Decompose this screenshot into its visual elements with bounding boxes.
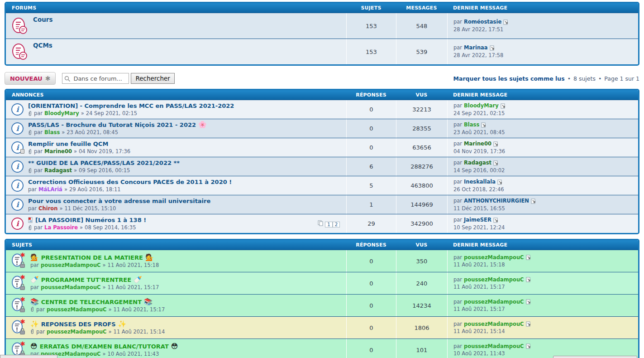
last-post-user[interactable]: Marine00 bbox=[464, 140, 491, 148]
last-post-user[interactable]: Radagast bbox=[464, 160, 491, 167]
topic-author[interactable]: poussezMadampouC bbox=[47, 306, 106, 313]
topic-title[interactable]: PASS/LAS - Brochure du Tutorat Niçois 20… bbox=[28, 121, 196, 128]
topic-row: 💁 PRESENTATION DE LA MATIERE 💁 par pouss… bbox=[6, 250, 638, 272]
forums-table: FORUMS SUJETS MESSAGES DERNIER MESSAGE bbox=[5, 2, 639, 66]
topic-author[interactable]: poussezMadampouC bbox=[41, 284, 100, 290]
goto-last-post-icon[interactable] bbox=[481, 122, 487, 128]
col-header-reponses: RÉPONSES bbox=[346, 242, 396, 248]
topic-replies-count: 1 bbox=[346, 195, 396, 214]
topic-title[interactable]: [ORIENTATION] - Comprendre les MCC en PA… bbox=[28, 102, 234, 109]
topic-author[interactable]: La Passoire bbox=[44, 224, 78, 231]
topic-title[interactable]: CENTRE DE TELECHARGEMENT bbox=[41, 299, 142, 305]
last-post-user[interactable]: poussezMadampouC bbox=[464, 343, 524, 350]
goto-last-post-icon[interactable] bbox=[526, 321, 531, 327]
goto-last-post-icon[interactable] bbox=[503, 19, 509, 25]
page-number-button[interactable]: 2 bbox=[333, 222, 340, 227]
topic-author[interactable]: Marine00 bbox=[44, 148, 72, 155]
sujets-table-header: SUJETS RÉPONSES VUS DERNIER MESSAGE bbox=[6, 240, 638, 250]
goto-last-post-icon[interactable] bbox=[493, 218, 499, 223]
last-post-user[interactable]: poussezMadampouC bbox=[464, 321, 524, 328]
topic-emoji: 💁 bbox=[30, 254, 39, 261]
last-post-user[interactable]: Ineskallala bbox=[464, 179, 496, 186]
topic-date: 11 Déc 2015, 15:10 bbox=[64, 205, 116, 212]
goto-last-post-icon[interactable] bbox=[501, 103, 506, 109]
par-label: par bbox=[34, 110, 43, 116]
goto-last-post-icon[interactable] bbox=[526, 277, 531, 282]
last-post-user[interactable]: Marinaa bbox=[464, 44, 488, 52]
topic-date: 24 Sep 2021, 02:15 bbox=[86, 110, 137, 116]
col-header-messages: MESSAGES bbox=[396, 5, 447, 11]
col-header-vus: VUS bbox=[396, 242, 447, 248]
topic-title[interactable]: Pour vous connecter à votre adresse mail… bbox=[28, 198, 210, 204]
announce-info-icon: i bbox=[11, 103, 24, 116]
paperclip-icon bbox=[28, 225, 32, 231]
page-number-button[interactable]: 1 bbox=[325, 222, 332, 227]
par-label: par bbox=[453, 198, 462, 205]
topic-author[interactable]: Chiron bbox=[38, 205, 57, 212]
new-topic-star-icon: ✱ bbox=[45, 75, 51, 82]
forum-link[interactable]: QCMs bbox=[33, 42, 52, 49]
forum-icon bbox=[11, 43, 29, 63]
topic-row: 📚 CENTRE DE TELECHARGEMENT 📚 par poussez… bbox=[6, 294, 638, 316]
goto-last-post-icon[interactable] bbox=[493, 141, 499, 147]
goto-last-post-icon[interactable] bbox=[526, 255, 531, 260]
topic-author[interactable]: BloodyMary bbox=[44, 110, 79, 116]
par-label: par bbox=[453, 276, 462, 284]
forum-messages-count: 539 bbox=[396, 39, 447, 64]
par-label: par bbox=[28, 205, 37, 212]
par-label: par bbox=[34, 148, 43, 155]
last-post-user[interactable]: BloodyMary bbox=[464, 102, 499, 110]
topic-author[interactable]: poussezMadampouC bbox=[47, 329, 106, 335]
topic-title[interactable]: Corrections Officieuses des Concours PAC… bbox=[28, 179, 232, 185]
par-label: par bbox=[34, 224, 43, 231]
topic-title[interactable]: Remplir une feuille QCM bbox=[28, 140, 108, 147]
goto-last-post-icon[interactable] bbox=[526, 343, 531, 349]
par-label: par bbox=[453, 299, 462, 306]
topic-author[interactable]: Radagast bbox=[44, 167, 72, 174]
topic-author[interactable]: MáLAriá bbox=[38, 186, 62, 193]
last-post-user[interactable]: Blass bbox=[464, 121, 479, 129]
last-post-user[interactable]: ANTHONYCHIRURGIEN bbox=[464, 198, 529, 205]
goto-last-post-icon[interactable] bbox=[531, 198, 536, 204]
topic-title[interactable]: [LA PASSOIRE] Numéros 1 à 138 ! bbox=[35, 217, 146, 223]
last-post-user[interactable]: poussezMadampouC bbox=[464, 299, 524, 306]
last-post-user[interactable]: poussezMadampouC bbox=[464, 254, 524, 261]
sticky-locked-topic-icon bbox=[11, 319, 26, 337]
forum-link[interactable]: Cours bbox=[33, 16, 53, 23]
topic-views-count: 288276 bbox=[396, 157, 447, 176]
mark-read-link[interactable]: Marquer tous les sujets comme lus bbox=[453, 75, 565, 82]
topic-author[interactable]: Blass bbox=[44, 129, 60, 135]
paperclip-icon bbox=[28, 168, 32, 174]
col-header-vus: VUS bbox=[396, 92, 447, 98]
search-input[interactable] bbox=[62, 73, 129, 84]
topic-emoji: ✨ bbox=[118, 321, 127, 328]
topic-title[interactable]: PROGRAMME TUT'RENTREE bbox=[41, 276, 131, 283]
last-post-user[interactable]: JaimeSER bbox=[464, 217, 491, 224]
last-post-user[interactable]: poussezMadampouC bbox=[464, 276, 524, 284]
goto-last-post-icon[interactable] bbox=[493, 160, 499, 166]
topic-emoji: 😳 bbox=[30, 343, 38, 350]
topic-title[interactable]: ** GUIDE DE LA PACES/PASS/LAS 2021/2022 … bbox=[28, 160, 180, 166]
arrow-separator: » bbox=[62, 129, 65, 135]
search-button[interactable]: Rechercher bbox=[131, 73, 174, 84]
goto-last-post-icon[interactable] bbox=[497, 179, 503, 185]
topic-title[interactable]: PRESENTATION DE LA MATIERE bbox=[41, 254, 143, 261]
topic-emoji: 🌸 bbox=[198, 121, 207, 128]
annonces-table-header: ANNONCES RÉPONSES VUS DERNIER MESSAGE bbox=[6, 90, 638, 100]
topic-last-message: par poussezMadampouC 10 Aoû 2021, 11:43 bbox=[447, 339, 638, 358]
forum-messages-count: 548 bbox=[396, 13, 447, 39]
goto-last-post-icon[interactable] bbox=[490, 45, 495, 51]
topic-views-count: 32213 bbox=[396, 100, 447, 119]
topic-replies-count: 6 bbox=[346, 157, 396, 176]
last-post-user[interactable]: Roméostasie bbox=[464, 19, 501, 26]
topic-row: ✨ REPONSES DES PROFS ✨ par poussezMadamp… bbox=[6, 316, 638, 339]
topic-title[interactable]: REPONSES DES PROFS bbox=[41, 321, 116, 328]
topic-title[interactable]: ERRATAS DM/EXAMEN BLANC/TUTORAT bbox=[40, 343, 169, 350]
goto-last-post-icon[interactable] bbox=[526, 299, 531, 305]
topic-author[interactable]: poussezMadampouC bbox=[41, 262, 100, 268]
forum-last-message: par Marinaa 28 Avr 2022, 17:58 bbox=[447, 39, 638, 64]
new-topic-button[interactable]: NOUVEAU ✱ bbox=[5, 72, 56, 85]
topic-date: 08 Sep 2014, 16:35 bbox=[85, 224, 136, 231]
topic-emoji: 🍼 bbox=[134, 276, 142, 283]
topic-date: 11 Aoû 2021, 15:17 bbox=[114, 306, 165, 313]
